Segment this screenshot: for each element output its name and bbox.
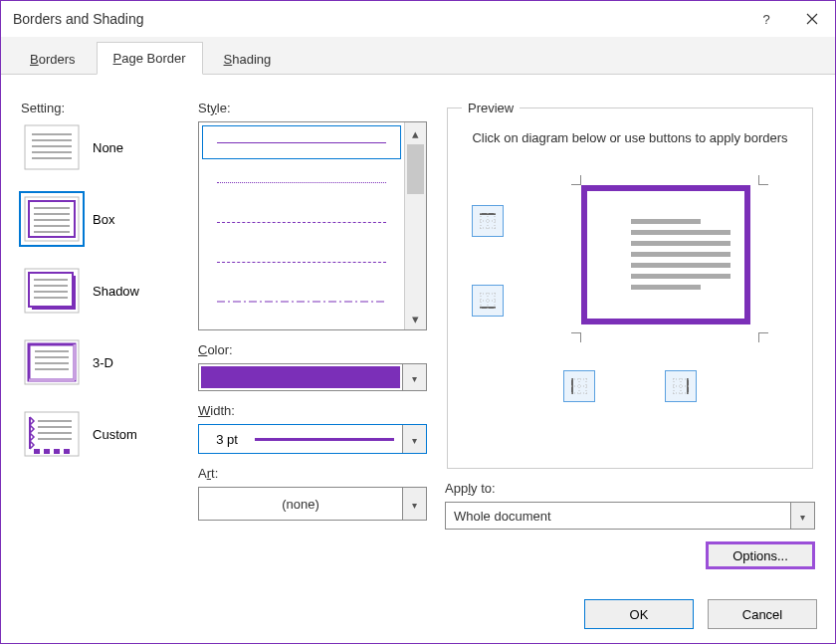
preview-legend: Preview bbox=[462, 101, 520, 115]
border-top-icon bbox=[478, 211, 498, 231]
preview-hint: Click on diagram below or use buttons to… bbox=[462, 129, 798, 147]
scroll-track[interactable] bbox=[405, 144, 426, 308]
preview-doc-lines bbox=[631, 219, 731, 290]
style-column: Style: ▴ ▾ Color: bbox=[198, 101, 427, 577]
style-option-dashdot[interactable] bbox=[199, 282, 404, 322]
width-sample-bar bbox=[255, 438, 394, 441]
crop-mark-tl bbox=[571, 175, 581, 185]
tab-shading[interactable]: Shading bbox=[207, 43, 289, 75]
border-right-icon bbox=[671, 376, 691, 396]
setting-3d-thumb bbox=[21, 336, 83, 388]
scroll-up-icon[interactable]: ▴ bbox=[405, 122, 426, 144]
setting-box-label: Box bbox=[93, 212, 114, 227]
scroll-thumb[interactable] bbox=[407, 144, 424, 194]
preview-column: Preview Click on diagram below or use bu… bbox=[445, 101, 815, 577]
tab-bar: Borders Page Border Shading bbox=[1, 37, 835, 75]
preview-canvas bbox=[462, 165, 798, 364]
setting-custom-label: Custom bbox=[93, 427, 137, 442]
title-bar: Borders and Shading ? bbox=[1, 1, 835, 37]
setting-custom[interactable]: Custom bbox=[21, 408, 180, 460]
apply-to-select[interactable]: Whole document bbox=[445, 502, 815, 530]
apply-to-value: Whole document bbox=[446, 503, 790, 529]
setting-custom-thumb bbox=[21, 408, 83, 460]
setting-box-thumb bbox=[21, 193, 83, 245]
art-dropdown-icon bbox=[402, 488, 426, 520]
dialog-buttons: OK Cancel bbox=[584, 599, 817, 629]
color-label: Color: bbox=[198, 342, 427, 357]
options-button[interactable]: Options... bbox=[706, 541, 815, 569]
border-bottom-toggle[interactable] bbox=[472, 285, 504, 317]
ok-button[interactable]: OK bbox=[584, 599, 694, 629]
color-dropdown-icon bbox=[402, 364, 426, 390]
art-value: (none) bbox=[199, 488, 402, 520]
border-bottom-icon bbox=[478, 291, 498, 311]
tab-borders[interactable]: Borders bbox=[13, 43, 93, 75]
crop-mark-tr bbox=[758, 175, 768, 185]
svg-rect-35 bbox=[54, 449, 60, 454]
style-label: Style: bbox=[198, 101, 427, 115]
setting-none[interactable]: None bbox=[21, 121, 180, 173]
close-icon bbox=[806, 13, 818, 25]
setting-3d-label: 3-D bbox=[93, 355, 113, 370]
color-select[interactable] bbox=[198, 363, 427, 391]
svg-rect-33 bbox=[34, 449, 40, 454]
width-select[interactable]: 3 pt bbox=[198, 424, 427, 454]
setting-column: Setting: None Box Shadow bbox=[21, 101, 180, 577]
borders-shading-dialog: Borders and Shading ? Borders Page Borde… bbox=[0, 0, 836, 644]
border-right-toggle[interactable] bbox=[665, 370, 697, 402]
setting-3d[interactable]: 3-D bbox=[21, 336, 180, 388]
scroll-down-icon[interactable]: ▾ bbox=[405, 308, 426, 329]
style-option-solid[interactable] bbox=[199, 122, 404, 162]
art-label: Art: bbox=[198, 466, 427, 481]
svg-rect-15 bbox=[29, 273, 73, 307]
apply-to-label: Apply to: bbox=[445, 481, 815, 496]
style-option-dash[interactable] bbox=[199, 242, 404, 282]
preview-document[interactable] bbox=[581, 185, 750, 324]
close-button[interactable] bbox=[789, 1, 835, 37]
border-left-toggle[interactable] bbox=[563, 370, 595, 402]
style-list-box: ▴ ▾ bbox=[198, 121, 427, 330]
width-label: Width: bbox=[198, 403, 427, 418]
art-select[interactable]: (none) bbox=[198, 487, 427, 521]
border-top-toggle[interactable] bbox=[472, 205, 504, 237]
color-swatch bbox=[201, 366, 400, 388]
style-option-dotted[interactable] bbox=[199, 162, 404, 202]
window-title: Borders and Shading bbox=[13, 11, 743, 27]
setting-none-label: None bbox=[93, 140, 123, 155]
style-option-dash-fine[interactable] bbox=[199, 202, 404, 242]
width-value: 3 pt bbox=[199, 432, 255, 447]
setting-shadow-label: Shadow bbox=[93, 284, 139, 299]
svg-rect-34 bbox=[44, 449, 50, 454]
apply-to-section: Apply to: Whole document Options... bbox=[445, 481, 815, 569]
style-scrollbar[interactable]: ▴ ▾ bbox=[404, 122, 426, 329]
preview-group: Preview Click on diagram below or use bu… bbox=[447, 101, 813, 469]
setting-box[interactable]: Box bbox=[21, 193, 180, 245]
crop-mark-bl bbox=[571, 332, 581, 342]
setting-none-thumb bbox=[21, 121, 83, 173]
setting-shadow-thumb bbox=[21, 265, 83, 317]
crop-mark-br bbox=[758, 332, 768, 342]
border-left-icon bbox=[569, 376, 589, 396]
dialog-content: Setting: None Box Shadow bbox=[1, 83, 835, 587]
setting-label: Setting: bbox=[21, 101, 180, 115]
style-list[interactable] bbox=[199, 122, 404, 329]
help-button[interactable]: ? bbox=[743, 1, 789, 37]
tab-page-border[interactable]: Page Border bbox=[97, 42, 203, 75]
width-dropdown-icon bbox=[402, 425, 426, 453]
setting-shadow[interactable]: Shadow bbox=[21, 265, 180, 317]
apply-to-dropdown-icon bbox=[790, 503, 814, 529]
cancel-button[interactable]: Cancel bbox=[708, 599, 817, 629]
svg-rect-36 bbox=[64, 449, 70, 454]
